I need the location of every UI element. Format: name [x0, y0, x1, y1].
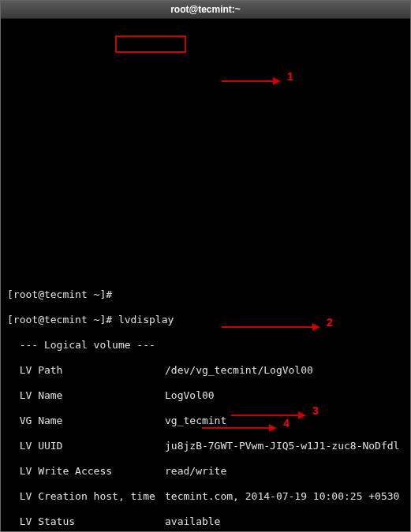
terminal-body[interactable]: 1 2 3 4 [root@tecmint ~]# [root@tecmint … — [1, 19, 410, 532]
window-title: root@tecmint:~ — [1, 1, 410, 19]
arrow-1 — [222, 75, 285, 87]
lv-uuid-value: ju8jzB-7GWT-PVwm-JIQ5-w1J1-zuc8-NoDfdl — [165, 440, 399, 452]
lv-creation-value: tecmint.com, 2014-07-19 10:00:25 +0530 — [165, 490, 399, 502]
lv-name-value: LogVol00 — [165, 389, 215, 401]
svg-marker-1 — [273, 77, 281, 85]
lv-write-value: read/write — [165, 465, 226, 477]
prompt-line: [root@tecmint ~]# — [7, 288, 404, 301]
lv-path-value: /dev/vg_tecmint/LogVol00 — [165, 364, 313, 376]
command-text: lvdisplay — [118, 314, 174, 326]
lv-status-label: LV Status — [7, 515, 165, 528]
terminal-window: root@tecmint:~ 1 2 3 4 [root@tecmint ~]#… — [0, 0, 411, 532]
lv-path-label: LV Path — [7, 364, 165, 377]
vg-name-value: vg_tecmint — [165, 415, 226, 426]
lv-name-label: LV Name — [7, 389, 165, 402]
annotation-1: 1 — [287, 70, 293, 83]
lv-write-label: LV Write Access — [7, 465, 165, 478]
highlight-box-command — [115, 35, 186, 53]
lv-uuid-label: LV UUID — [7, 440, 165, 452]
vg-name-label: VG Name — [7, 415, 165, 427]
lv-creation-label: LV Creation host, time — [7, 490, 165, 503]
lv-status-value: available — [165, 515, 220, 527]
command-line: [root@tecmint ~]# lvdisplay — [7, 314, 404, 326]
section-header: --- Logical volume --- — [7, 339, 404, 352]
